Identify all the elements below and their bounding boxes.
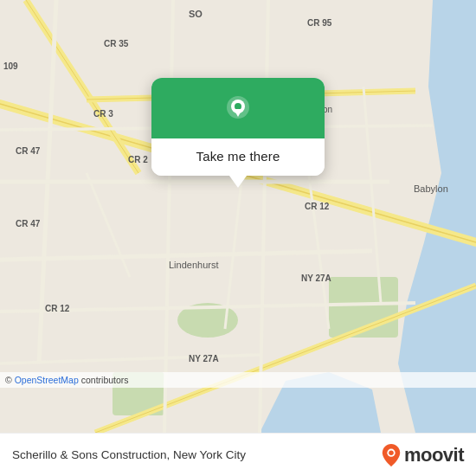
copyright-notice: © OpenStreetMap contributors — [0, 372, 476, 388]
map-container: SO CR 95 109 CR 35 CR 3 West Babylon CR … — [0, 0, 476, 433]
location-popup[interactable]: Take me there — [151, 78, 325, 176]
copyright-prefix: © — [5, 375, 15, 385]
svg-text:CR 95: CR 95 — [307, 18, 332, 28]
popup-body: Take me there — [151, 138, 325, 176]
location-title: Scherillo & Sons Construction, New York … — [12, 448, 382, 461]
svg-point-45 — [235, 103, 241, 110]
popup-header — [151, 78, 325, 138]
location-pin-icon — [222, 93, 254, 126]
svg-text:Babylon: Babylon — [414, 183, 448, 194]
svg-text:SO: SO — [189, 9, 203, 19]
svg-text:CR 12: CR 12 — [305, 202, 330, 211]
moovit-text: moovit — [404, 444, 464, 466]
svg-text:CR 35: CR 35 — [104, 39, 129, 48]
osm-link[interactable]: OpenStreetMap — [15, 375, 79, 385]
copyright-suffix: contributors — [79, 375, 129, 385]
svg-text:Lindenhurst: Lindenhurst — [169, 260, 219, 270]
svg-text:109: 109 — [3, 61, 18, 71]
svg-text:CR 47: CR 47 — [16, 146, 41, 156]
svg-text:CR 3: CR 3 — [93, 109, 113, 119]
svg-text:CR 12: CR 12 — [45, 304, 70, 313]
svg-text:CR 47: CR 47 — [16, 219, 41, 228]
svg-text:NY 27A: NY 27A — [301, 273, 331, 283]
bottom-bar: Scherillo & Sons Construction, New York … — [0, 433, 476, 476]
moovit-pin-icon — [382, 444, 401, 466]
moovit-logo: moovit — [382, 444, 464, 466]
svg-text:CR 2: CR 2 — [128, 155, 148, 164]
svg-point-48 — [389, 450, 394, 455]
popup-tail — [229, 176, 247, 188]
svg-text:NY 27A: NY 27A — [189, 354, 219, 363]
take-me-there-label: Take me there — [196, 149, 280, 164]
